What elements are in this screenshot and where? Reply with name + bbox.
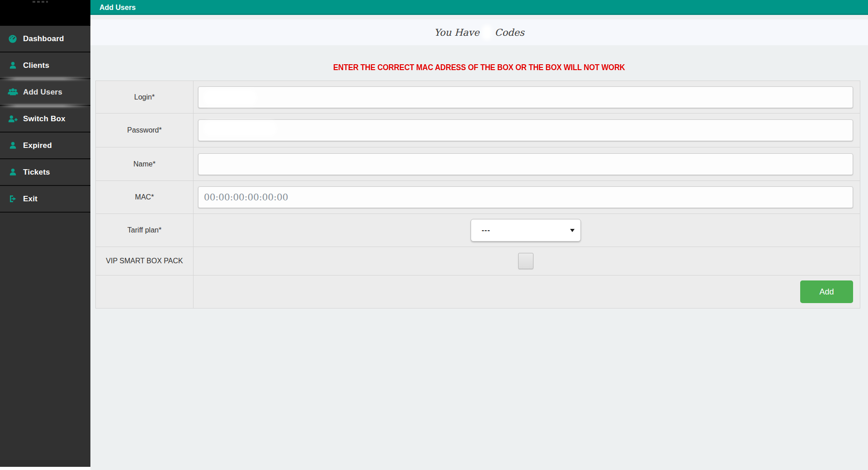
form-row-password: Password* (96, 114, 860, 147)
form-row-login: Login* (96, 81, 860, 114)
sidebar-item-label: Expired (23, 141, 52, 150)
vip-field-cell (193, 247, 860, 275)
sidebar-item-dashboard[interactable]: Dashboard (0, 26, 90, 52)
sidebar-item-exit[interactable]: Exit (0, 186, 90, 213)
mac-input[interactable] (198, 186, 853, 208)
sidebar-item-label: Clients (23, 61, 49, 70)
sidebar-item-tickets[interactable]: Tickets (0, 159, 90, 186)
password-input[interactable] (198, 119, 853, 141)
chevron-down-icon (570, 229, 575, 232)
user-plus-icon (7, 114, 18, 124)
login-input[interactable] (198, 86, 853, 108)
name-label: Name* (96, 147, 193, 180)
tariff-field-cell: --- (193, 214, 860, 247)
vip-checkbox[interactable] (518, 253, 533, 269)
vip-label: VIP SMART BOX PACK (96, 247, 193, 275)
password-field-cell (193, 114, 860, 147)
codes-bar: You Have Codes (90, 19, 868, 45)
page-title: Add Users (99, 4, 136, 12)
name-input[interactable] (198, 153, 853, 175)
sidebar-item-label: Dashboard (23, 34, 64, 43)
sidebar-item-add-users[interactable]: Add Users (0, 79, 90, 106)
sidebar-item-expired[interactable]: Expired (0, 133, 90, 159)
login-label: Login* (96, 81, 193, 113)
sidebar-item-clients[interactable]: Clients (0, 52, 90, 79)
sidebar: Dashboard Clients Add Users (0, 0, 90, 467)
main-content: Add Users You Have Codes ENTER THE CORRE… (90, 0, 868, 470)
user-icon (7, 167, 18, 178)
sidebar-logo-area (0, 0, 90, 26)
add-button[interactable]: Add (800, 280, 853, 303)
codes-count-redacted (482, 25, 492, 40)
warning-line: ENTER THE CORRECT MAC ADRESS OF THE BOX … (90, 62, 868, 72)
dashboard-icon (7, 33, 18, 44)
tariff-select[interactable]: --- (471, 219, 581, 242)
form-row-submit: Add (96, 275, 860, 308)
sidebar-item-label: Switch Box (23, 114, 66, 123)
name-field-cell (193, 147, 860, 180)
submit-field-cell: Add (193, 275, 860, 308)
sidebar-item-switch-box[interactable]: Switch Box (0, 106, 90, 133)
sign-out-icon (7, 194, 18, 204)
submit-label-cell-empty (96, 275, 193, 308)
form-row-mac: MAC* (96, 181, 860, 214)
add-user-form: Login* Password* Name* MAC* (95, 81, 860, 309)
user-icon (7, 60, 18, 71)
codes-suffix: Codes (495, 27, 524, 38)
users-icon (7, 87, 18, 98)
form-row-name: Name* (96, 147, 860, 181)
form-row-tariff: Tariff plan* --- (96, 214, 860, 247)
tariff-label: Tariff plan* (96, 214, 193, 247)
sidebar-item-label: Add Users (23, 88, 62, 97)
form-row-vip: VIP SMART BOX PACK (96, 247, 860, 275)
page-header: Add Users (90, 0, 868, 15)
sidebar-item-label: Exit (23, 195, 38, 204)
password-label: Password* (96, 114, 193, 147)
codes-text: You Have Codes (434, 25, 524, 40)
warning-text: ENTER THE CORRECT MAC ADRESS OF THE BOX … (333, 62, 625, 72)
mac-field-cell (193, 181, 860, 214)
tariff-selected-value: --- (482, 226, 491, 234)
codes-prefix: You Have (434, 27, 479, 38)
login-field-cell (193, 81, 860, 113)
user-icon (7, 140, 18, 151)
logo-partial-clipped (33, 1, 48, 3)
mac-label: MAC* (96, 181, 193, 214)
sidebar-item-label: Tickets (23, 168, 50, 177)
